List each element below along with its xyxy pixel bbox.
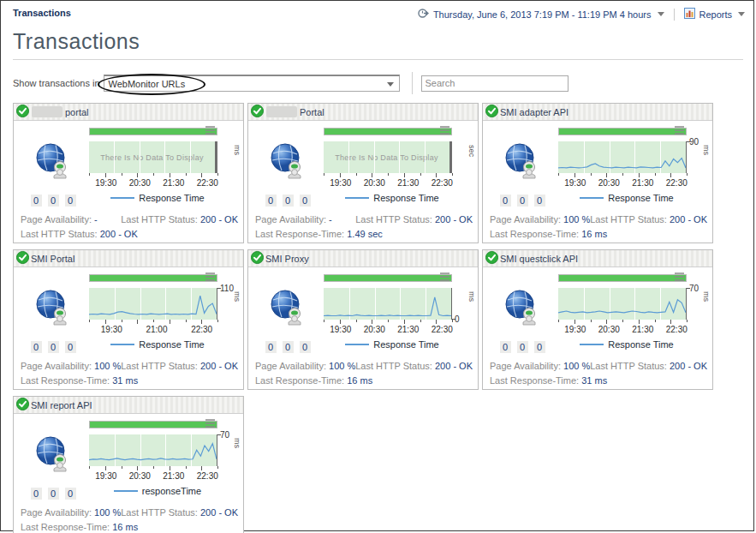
card-body: 0 0 0 There Is No Data To Display bbox=[14, 121, 243, 207]
alarm-counters: 0 0 0 bbox=[265, 195, 311, 207]
legend-label: Response Time bbox=[608, 339, 673, 350]
alarm-counters: 0 0 0 bbox=[500, 341, 545, 353]
reports-button[interactable]: Reports bbox=[684, 8, 745, 21]
chart-legend: responseTime bbox=[89, 486, 226, 496]
availability-label: Page Availability: bbox=[490, 361, 561, 371]
transaction-card[interactable]: portal 0 0 0 bbox=[13, 103, 244, 243]
x-axis-tick-label: 19:30 bbox=[564, 325, 586, 334]
response-time-sparkline bbox=[558, 141, 686, 173]
http-status-value: 200 - OK bbox=[200, 214, 238, 225]
x-axis-tick-label: 19:30 bbox=[95, 471, 116, 481]
legend-line-swatch bbox=[580, 344, 604, 345]
timeline-marker-icon bbox=[205, 124, 216, 135]
card-title: SMI Proxy bbox=[265, 254, 309, 264]
transaction-card[interactable]: SMI Portal 0 0 bbox=[13, 249, 244, 390]
response-time-chart: 0 ms 19:3020:3021:3022:30 bbox=[324, 288, 452, 334]
y-axis-value: 90 bbox=[689, 137, 699, 147]
availability-bar bbox=[89, 128, 217, 135]
transaction-card[interactable]: SMI questclick API 0 0 bbox=[482, 249, 713, 390]
time-range-icon bbox=[418, 8, 429, 21]
response-time-sparkline bbox=[89, 434, 217, 466]
alarm-counters: 0 0 0 bbox=[31, 488, 76, 500]
combo-dropdown-arrow-icon[interactable] bbox=[387, 82, 394, 87]
response-time-chart: 90 ms 19:3020:3021:3022:30 bbox=[558, 141, 687, 188]
y-axis-unit-label: ms bbox=[702, 291, 711, 302]
http-status-value: 200 - OK bbox=[670, 214, 707, 225]
web-monitor-globe-icon bbox=[268, 288, 307, 331]
timeline-marker-icon bbox=[674, 124, 685, 135]
chart-legend: Response Time bbox=[89, 339, 226, 350]
card-body: 0 0 0 0 ms bbox=[248, 267, 478, 353]
card-title: SMI questclick API bbox=[500, 254, 578, 264]
transactions-filter-select[interactable]: WebMonitor URLs bbox=[104, 75, 400, 92]
title-divider bbox=[13, 59, 743, 60]
transaction-card[interactable]: SMI Proxy 0 0 bbox=[247, 249, 479, 390]
chart-legend: Response Time bbox=[324, 339, 461, 350]
card-footer: Page Availability: - Last HTTP Status: 2… bbox=[248, 207, 478, 242]
card-header: SMI Proxy bbox=[248, 250, 478, 267]
alarm-counter: 0 bbox=[300, 341, 311, 353]
x-axis-ticks bbox=[89, 466, 217, 470]
http-status-label: Last HTTP Status: bbox=[121, 361, 198, 371]
time-range-label[interactable]: Thursday, June 6, 2013 7:19 PM - 11:19 P… bbox=[433, 9, 652, 20]
transactions-page: Transactions Thursday, June 6, 2013 7:19… bbox=[0, 0, 754, 531]
row2-label: Last Response-Time: bbox=[255, 375, 344, 386]
availability-value: - bbox=[329, 214, 332, 225]
alarm-counters: 0 0 0 bbox=[31, 195, 76, 207]
card-body: 0 0 0 There Is No Data To Display bbox=[248, 121, 478, 207]
reports-label: Reports bbox=[699, 9, 732, 20]
status-ok-check-icon bbox=[16, 251, 29, 266]
alarm-counter: 0 bbox=[500, 341, 511, 353]
card-footer: Page Availability: 100 % Last HTTP Statu… bbox=[483, 353, 712, 388]
x-axis-labels: 19:3020:3021:3022:30 bbox=[324, 325, 459, 334]
row2-value: 31 ms bbox=[112, 375, 138, 386]
y-axis-value: 70 bbox=[220, 430, 229, 440]
transaction-card[interactable]: SMI report API 0 0 bbox=[13, 396, 244, 533]
card-body: 0 0 0 110 ms bbox=[14, 267, 243, 353]
availability-label: Page Availability: bbox=[255, 214, 326, 225]
response-time-chart: 110 ms 19:3021:0022:30 bbox=[89, 288, 217, 334]
response-time-chart: There Is No Data To Display ms 19:3020:3… bbox=[89, 141, 217, 188]
availability-bar bbox=[558, 128, 687, 135]
alarm-counter: 0 bbox=[300, 195, 311, 207]
time-range-dropdown-arrow-icon[interactable] bbox=[658, 12, 664, 16]
status-ok-check-icon bbox=[251, 251, 264, 266]
availability-value: 100 % bbox=[329, 361, 355, 371]
http-status-value: 200 - OK bbox=[670, 361, 707, 371]
topbar-divider bbox=[674, 9, 675, 21]
x-axis-tick-label: 22:30 bbox=[191, 325, 212, 334]
legend-line-swatch bbox=[580, 197, 604, 199]
row2-label: Last Response-Time: bbox=[21, 375, 110, 386]
breadcrumb[interactable]: Transactions bbox=[13, 8, 71, 18]
alarm-counter: 0 bbox=[31, 341, 42, 353]
y-axis-value: 70 bbox=[689, 284, 699, 293]
http-status-label: Last HTTP Status: bbox=[121, 507, 198, 518]
x-axis-tick-label: 22:30 bbox=[197, 178, 218, 188]
card-title: SMI Portal bbox=[31, 254, 74, 264]
availability-value: - bbox=[94, 214, 98, 225]
page-title: Transactions bbox=[1, 21, 753, 59]
transaction-card[interactable]: SMI adapter API 0 0 bbox=[482, 103, 713, 243]
availability-value: 100 % bbox=[94, 361, 121, 371]
x-axis-tick-label: 21:30 bbox=[163, 178, 184, 188]
controls-row: Show transactions in WebMonitor URLs bbox=[13, 72, 753, 94]
y-axis-unit-label: sec bbox=[467, 145, 476, 157]
chart-legend: Response Time bbox=[324, 193, 461, 203]
search-input[interactable] bbox=[421, 75, 568, 92]
availability-label: Page Availability: bbox=[255, 361, 326, 371]
timeline-marker-icon bbox=[205, 271, 216, 282]
chart-legend: Response Time bbox=[558, 339, 695, 350]
availability-value: 100 % bbox=[563, 214, 590, 225]
response-time-chart: 70 ms 19:3020:3021:3022:30 bbox=[89, 434, 217, 481]
legend-line-swatch bbox=[114, 490, 138, 492]
row2-label: Last Response-Time: bbox=[21, 522, 110, 532]
x-axis-tick-label: 19:30 bbox=[101, 325, 122, 334]
selected-option-label: WebMonitor URLs bbox=[109, 79, 186, 89]
transaction-card[interactable]: Portal 0 0 0 bbox=[247, 103, 479, 243]
status-ok-check-icon bbox=[16, 105, 29, 119]
no-data-message: There Is No Data To Display bbox=[335, 153, 438, 162]
x-axis-tick-label: 21:30 bbox=[163, 471, 184, 481]
alarm-counters: 0 0 0 bbox=[265, 341, 311, 353]
alarm-counter: 0 bbox=[283, 195, 294, 207]
no-data-message: There Is No Data To Display bbox=[100, 153, 203, 162]
